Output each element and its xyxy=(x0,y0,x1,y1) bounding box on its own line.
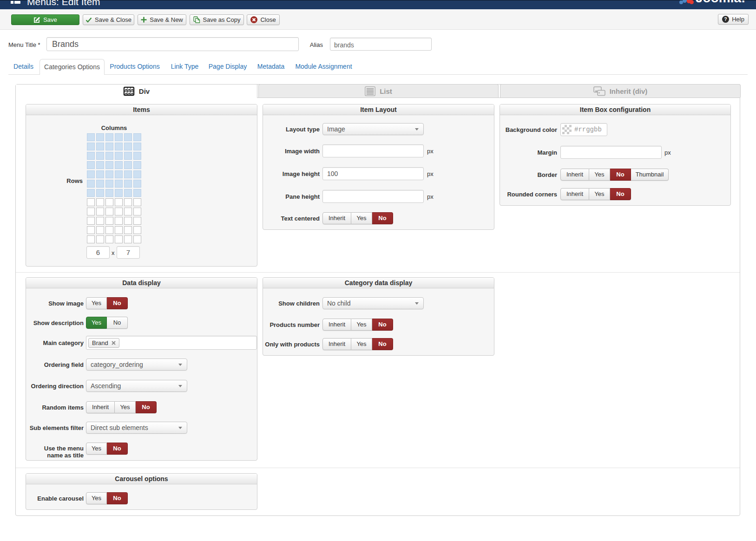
svg-text:?: ? xyxy=(724,16,727,22)
